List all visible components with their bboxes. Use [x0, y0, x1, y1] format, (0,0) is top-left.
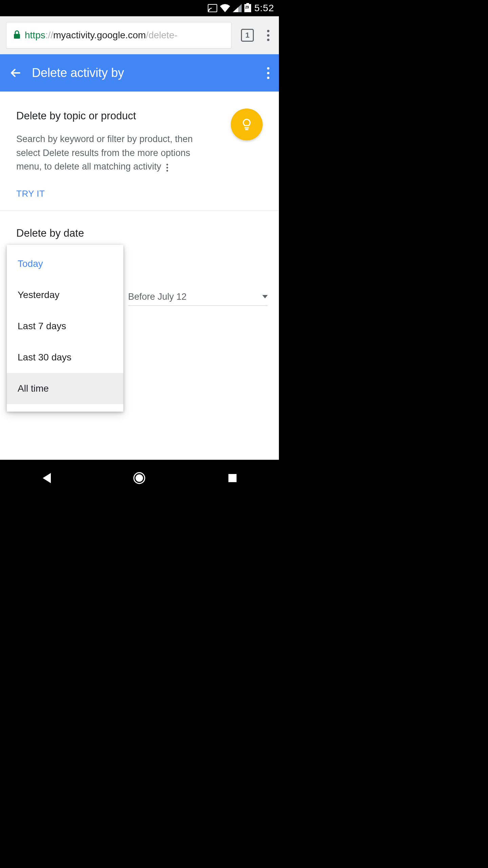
topic-heading: Delete by topic or product	[16, 110, 263, 122]
url-host: myactivity.google.com	[53, 30, 146, 40]
tab-switcher-button[interactable]: 1	[241, 29, 254, 42]
cast-icon	[208, 4, 217, 12]
topic-description: Search by keyword or filter by product, …	[16, 132, 199, 174]
dot-icon	[267, 72, 269, 74]
app-menu-button[interactable]	[267, 67, 272, 79]
android-status-bar: 29 5:52	[0, 0, 279, 16]
date-option-last-7-days[interactable]: Last 7 days	[7, 311, 123, 342]
dot-icon	[267, 39, 269, 41]
tips-fab[interactable]	[231, 108, 263, 140]
content-area: Delete by topic or product Search by key…	[0, 92, 279, 460]
svg-point-5	[136, 474, 143, 482]
url-text: https://myactivity.google.com/delete-	[25, 30, 178, 41]
nav-home-button[interactable]	[132, 471, 147, 486]
delete-by-date-section: Delete by date Before July 12 Today Yest…	[0, 211, 279, 239]
try-it-button[interactable]: TRY IT	[16, 189, 263, 199]
lock-icon	[13, 30, 21, 40]
back-button[interactable]	[7, 66, 24, 80]
url-sep: ://	[45, 30, 53, 40]
battery-icon: 29	[244, 4, 251, 12]
battery-level: 29	[245, 5, 249, 9]
date-option-yesterday[interactable]: Yesterday	[7, 279, 123, 311]
status-icons: 29	[208, 4, 251, 12]
date-option-last-30-days[interactable]: Last 30 days	[7, 342, 123, 373]
cell-signal-icon	[233, 4, 242, 12]
more-options-icon	[166, 164, 168, 172]
chrome-toolbar: https://myactivity.google.com/delete- 1	[0, 16, 279, 54]
svg-rect-1	[14, 34, 20, 39]
android-nav-bar	[0, 460, 279, 496]
before-date-select[interactable]: Before July 12	[128, 290, 268, 306]
svg-rect-6	[228, 474, 237, 482]
dot-icon	[267, 34, 269, 37]
date-range-dropdown: Today Yesterday Last 7 days Last 30 days…	[7, 245, 123, 412]
tab-count: 1	[245, 31, 249, 40]
date-option-all-time[interactable]: All time	[7, 373, 123, 404]
dot-icon	[267, 77, 269, 79]
lightbulb-icon	[240, 118, 253, 131]
wifi-icon	[220, 4, 230, 12]
status-clock: 5:52	[255, 3, 274, 14]
chrome-menu-button[interactable]	[263, 30, 273, 41]
address-bar[interactable]: https://myactivity.google.com/delete-	[6, 22, 231, 48]
nav-recents-button[interactable]	[225, 471, 240, 486]
url-scheme: https	[25, 30, 45, 40]
dot-icon	[267, 67, 269, 70]
nav-back-button[interactable]	[39, 471, 54, 486]
app-bar: Delete activity by	[0, 54, 279, 92]
dot-icon	[267, 30, 269, 32]
before-date-label: Before July 12	[128, 292, 187, 302]
delete-by-topic-section: Delete by topic or product Search by key…	[0, 92, 279, 211]
dropdown-caret-icon	[262, 295, 268, 298]
date-heading: Delete by date	[16, 227, 263, 239]
date-option-today[interactable]: Today	[7, 248, 123, 279]
page-title: Delete activity by	[32, 66, 267, 80]
url-path: /delete-	[146, 30, 177, 40]
svg-rect-0	[208, 4, 217, 12]
